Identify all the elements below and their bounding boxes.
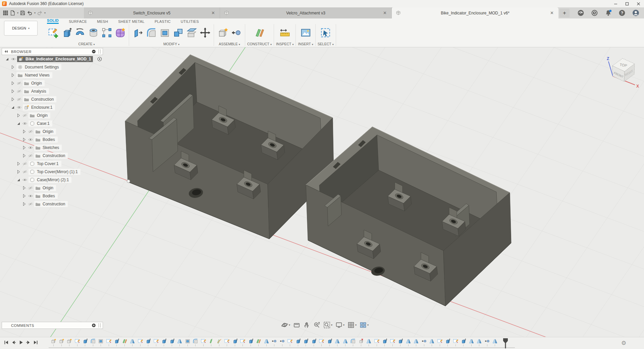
expand-expanded-icon[interactable] xyxy=(16,177,21,183)
insert-canvas-icon[interactable] xyxy=(299,25,312,40)
timeline-feature-extrude-icon[interactable] xyxy=(326,338,334,347)
new-tab-button[interactable]: + xyxy=(559,9,570,17)
browser-row-origin[interactable]: Origin xyxy=(2,111,103,119)
minimize-button[interactable] xyxy=(610,0,621,7)
timeline-feature-sketch-icon[interactable] xyxy=(200,338,208,347)
browser-row-enclosure-1[interactable]: Enclosure:1 xyxy=(2,103,103,111)
timeline-feature-extrude-icon[interactable] xyxy=(302,338,310,347)
timeline-feature-mirror-icon[interactable] xyxy=(428,338,436,347)
shell-icon[interactable] xyxy=(158,25,171,40)
ribbon-tab-solid[interactable]: SOLID xyxy=(47,18,59,24)
measure-icon[interactable] xyxy=(278,25,291,40)
timeline-feature-mirror-icon[interactable] xyxy=(365,338,373,347)
move-icon[interactable] xyxy=(198,25,212,40)
timeline-feature-extrude-icon[interactable] xyxy=(168,338,176,347)
visibility-eye-hidden-icon[interactable] xyxy=(22,161,28,166)
ribbon-tab-mesh[interactable]: MESH xyxy=(97,19,108,24)
offset-icon[interactable] xyxy=(185,25,198,40)
browser-row-bike-indicator-enclosure-mod-1[interactable]: Bike_Indicator_Enclosure_MOD_1 xyxy=(2,55,103,63)
hole-icon[interactable] xyxy=(87,25,100,40)
timeline-feature-sketch-icon[interactable] xyxy=(373,338,381,347)
expand-collapsed-icon[interactable] xyxy=(21,145,27,150)
timeline-feature-extrude-icon[interactable] xyxy=(113,338,121,347)
timeline-feature-sketch-icon[interactable] xyxy=(73,338,82,347)
visibility-eye-hidden-icon[interactable] xyxy=(16,81,22,86)
ribbon-group-label[interactable]: SELECT▾ xyxy=(318,41,334,46)
visibility-eye-hidden-icon[interactable] xyxy=(28,129,33,134)
browser-item-label[interactable]: Enclosure:1 xyxy=(23,104,55,110)
timeline-feature-extrude-icon[interactable] xyxy=(460,338,468,347)
browser-row-case-mirror-2-1[interactable]: Case(Mirror) (2):1 xyxy=(2,176,103,184)
browser-item-label[interactable]: Origin xyxy=(34,129,56,135)
browser-row-top-cover-1[interactable]: Top Cover:1 xyxy=(2,160,103,168)
browser-row-top-cover-mirror-1-1[interactable]: Top Cover(Mirror) (1):1 xyxy=(2,168,103,176)
visibility-eye-visible-icon[interactable] xyxy=(22,177,28,183)
expand-collapsed-icon[interactable] xyxy=(16,161,21,166)
browser-item-label[interactable]: Construction xyxy=(23,96,56,102)
visibility-eye-visible-icon[interactable] xyxy=(11,56,16,62)
ribbon-tab-sheet-metal[interactable]: SHEET METAL xyxy=(118,19,145,24)
timeline-feature-extrude-icon[interactable] xyxy=(396,338,405,347)
close-tab-icon[interactable]: ✕ xyxy=(382,10,387,15)
combine-icon[interactable] xyxy=(171,25,185,40)
browser-item-label[interactable]: Construction xyxy=(34,153,68,159)
browser-item-label[interactable]: Document Settings xyxy=(16,64,61,70)
chevron-down-icon[interactable]: ▾ xyxy=(343,323,344,327)
browser-row-origin[interactable]: Origin xyxy=(2,184,103,192)
timeline-settings-icon[interactable]: ⚙ xyxy=(621,340,626,346)
timeline-feature-plane-icon[interactable] xyxy=(255,338,263,347)
timeline-feature-joint-icon[interactable] xyxy=(483,338,491,347)
timeline-feature-component-icon[interactable] xyxy=(50,338,58,347)
remove-panel-icon[interactable] xyxy=(92,49,96,54)
redo-icon[interactable] xyxy=(37,10,43,16)
ribbon-group-label[interactable]: CONSTRUCT▾ xyxy=(247,41,272,46)
view-cube[interactable]: TOP FRONT RIGHT Z X xyxy=(600,49,644,92)
expand-collapsed-icon[interactable] xyxy=(21,153,27,158)
joint-icon[interactable] xyxy=(229,25,243,40)
browser-row-bodies[interactable]: Bodies xyxy=(2,136,103,144)
browser-item-label[interactable]: Case:1 xyxy=(29,120,52,127)
pan-icon[interactable] xyxy=(303,321,310,329)
job-status-icon[interactable] xyxy=(591,9,598,16)
ribbon-group-label[interactable]: INSERT▾ xyxy=(298,41,313,46)
look-at-icon[interactable] xyxy=(293,321,300,329)
timeline-feature-fillet-icon[interactable] xyxy=(192,338,200,347)
visibility-eye-visible-icon[interactable] xyxy=(28,137,33,142)
close-tab-icon[interactable]: ✕ xyxy=(549,10,554,15)
press-pull-icon[interactable] xyxy=(131,25,145,40)
document-tab-3-active[interactable]: Bike_Indicator_Enclosure_MOD_1 v6* ✕ xyxy=(392,7,558,18)
expand-collapsed-icon[interactable] xyxy=(16,169,21,174)
viewports-icon[interactable]: ▾ xyxy=(360,321,369,329)
timeline-feature-fillet-icon[interactable] xyxy=(89,338,97,347)
go-to-end-button[interactable] xyxy=(33,340,39,345)
expand-collapsed-icon[interactable] xyxy=(10,64,15,70)
timeline-feature-mirror-icon[interactable] xyxy=(412,338,420,347)
ribbon-tab-plastic[interactable]: PLASTIC xyxy=(155,19,171,24)
browser-item-label[interactable]: Sketches xyxy=(34,145,62,151)
timeline-feature-extrude-icon[interactable] xyxy=(310,338,318,347)
browser-item-label[interactable]: Bodies xyxy=(34,193,58,199)
ribbon-group-label[interactable]: INSPECT▾ xyxy=(276,41,294,46)
timeline-feature-delete-icon[interactable] xyxy=(357,338,365,347)
timeline-feature-sketch-icon[interactable] xyxy=(318,338,326,347)
timeline-feature-mirror-icon[interactable] xyxy=(263,338,271,347)
timeline-feature-mirror-icon[interactable] xyxy=(341,338,350,347)
timeline-feature-sketch-icon[interactable] xyxy=(152,338,160,347)
timeline-feature-sketch-icon[interactable] xyxy=(105,338,113,347)
sketch-create-icon[interactable] xyxy=(46,25,60,40)
browser-row-origin[interactable]: Origin xyxy=(2,128,103,136)
browser-item-label[interactable]: Origin xyxy=(29,112,50,118)
expand-expanded-icon[interactable] xyxy=(16,121,21,126)
pattern-icon[interactable] xyxy=(100,25,113,40)
expand-collapsed-icon[interactable] xyxy=(10,81,15,86)
timeline-feature-mirror-icon[interactable] xyxy=(176,338,184,347)
chevron-down-icon[interactable]: ▾ xyxy=(331,323,332,327)
collapse-panel-icon[interactable] xyxy=(4,49,8,54)
expand-expanded-icon[interactable] xyxy=(4,56,10,62)
zoom-icon[interactable] xyxy=(313,321,320,329)
revolve-icon[interactable] xyxy=(73,25,87,40)
browser-row-case-1[interactable]: Case:1 xyxy=(2,119,103,128)
ribbon-tab-utilities[interactable]: UTILITIES xyxy=(181,19,199,24)
expand-collapsed-icon[interactable] xyxy=(10,97,15,102)
timeline-feature-mirror-icon[interactable] xyxy=(491,338,499,347)
